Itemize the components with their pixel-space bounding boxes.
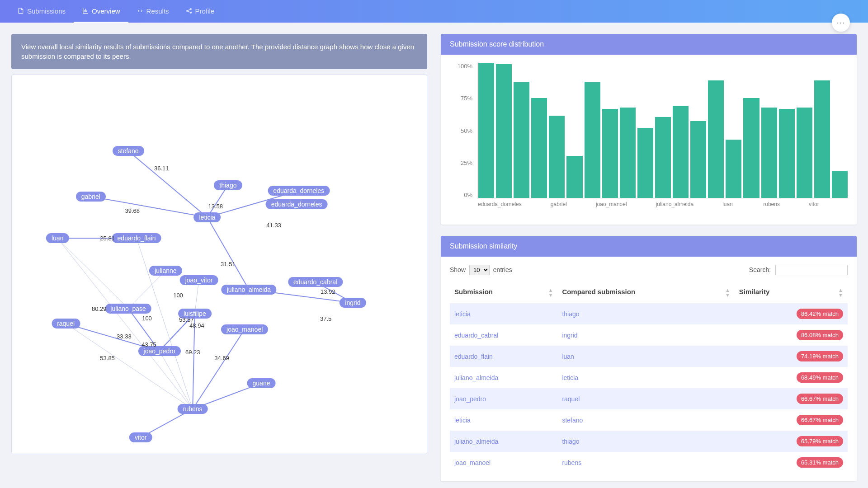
bar[interactable] — [496, 64, 512, 198]
edge-label: 39.68 — [125, 207, 140, 214]
compared-link[interactable]: stefano — [557, 409, 734, 431]
score-distribution-card: Submission score distribution 100%75%50%… — [441, 34, 857, 225]
submission-link[interactable]: joao_pedro — [450, 388, 557, 409]
col-compared[interactable]: Compared submission▲▼ — [557, 282, 734, 303]
similarity-card: Submission similarity Show 10 entries Se… — [441, 236, 857, 481]
sort-icon: ▲▼ — [548, 288, 553, 298]
submission-link[interactable]: leticia — [450, 409, 557, 431]
graph-node[interactable]: luan — [46, 233, 69, 243]
dots-icon: ··· — [836, 18, 845, 28]
graph-node[interactable]: eduardo_flain — [112, 233, 161, 243]
x-tick — [537, 201, 549, 207]
distance-graph[interactable]: stefanogabrielthiagoeduarda_dornelesedua… — [11, 75, 427, 454]
graph-node[interactable]: vitor — [129, 432, 152, 442]
search-label: Search: — [749, 266, 771, 273]
submission-link[interactable]: leticia — [450, 303, 557, 324]
x-tick — [709, 201, 721, 207]
bar[interactable] — [585, 82, 600, 198]
graph-node[interactable]: gabriel — [76, 192, 106, 202]
y-axis: 100%75%50%25%0% — [450, 63, 477, 198]
graph-node[interactable]: guane — [247, 378, 276, 388]
compared-link[interactable]: thiago — [557, 303, 734, 324]
nav-label: Overview — [92, 7, 120, 15]
edge-label: 13.58 — [208, 202, 223, 209]
x-tick: joao_manoel — [596, 201, 627, 207]
graph-node[interactable]: thiago — [214, 180, 242, 190]
file-icon — [17, 7, 24, 14]
col-submission[interactable]: Submission▲▼ — [450, 282, 557, 303]
x-tick: vitor — [809, 201, 821, 207]
bar[interactable] — [690, 121, 706, 198]
edge-label: 25.81 — [100, 235, 115, 242]
graph-node[interactable]: leticia — [193, 212, 221, 222]
graph-node[interactable]: julianne — [149, 266, 182, 276]
col-similarity[interactable]: Similarity▲▼ — [735, 282, 848, 303]
svg-line-3 — [128, 151, 208, 217]
submission-link[interactable]: juliano_almeida — [450, 367, 557, 388]
compared-link[interactable]: luan — [557, 346, 734, 367]
bar[interactable] — [832, 171, 848, 198]
bar[interactable] — [637, 128, 653, 198]
bar[interactable] — [708, 80, 724, 198]
bar[interactable] — [602, 109, 618, 198]
graph-node[interactable]: joao_vitor — [180, 275, 218, 285]
submission-link[interactable]: joao_manoel — [450, 452, 557, 473]
page-size-select[interactable]: 10 — [469, 265, 490, 275]
graph-node[interactable]: joao_manoel — [221, 324, 268, 334]
graph-node[interactable]: rubens — [178, 404, 208, 414]
x-tick — [695, 201, 707, 207]
graph-node[interactable]: raquel — [52, 319, 80, 328]
edge-label: 36.11 — [154, 164, 169, 171]
nav-profile[interactable]: Profile — [177, 0, 223, 23]
nav-results[interactable]: Results — [128, 0, 177, 23]
submission-link[interactable]: eduardo_flain — [450, 346, 557, 367]
bar[interactable] — [620, 108, 636, 198]
nav-overview[interactable]: Overview — [74, 0, 128, 23]
graph-node[interactable]: eduarda_dorneles — [266, 199, 328, 209]
x-tick — [524, 201, 535, 207]
bar[interactable] — [478, 63, 494, 198]
nav-label: Profile — [195, 7, 215, 15]
bar[interactable] — [779, 109, 795, 198]
code-icon — [137, 7, 144, 14]
y-tick: 0% — [464, 192, 472, 198]
x-tick — [629, 201, 641, 207]
graph-node[interactable]: juliano_pase — [105, 304, 151, 314]
compared-link[interactable]: leticia — [557, 367, 734, 388]
match-badge: 86.08% match — [797, 330, 843, 340]
x-tick: eduarda_dorneles — [478, 201, 522, 207]
edge-label: 100 — [173, 292, 183, 299]
info-banner: View overall local similarity results of… — [11, 34, 427, 69]
bar[interactable] — [514, 82, 529, 198]
bar[interactable] — [761, 108, 777, 198]
bar[interactable] — [566, 156, 582, 198]
bar[interactable] — [673, 106, 689, 198]
search-input[interactable] — [775, 265, 848, 275]
compared-link[interactable]: ingrid — [557, 324, 734, 346]
bar[interactable] — [814, 80, 830, 198]
graph-node[interactable]: eduardo_cabral — [288, 277, 343, 287]
submission-link[interactable]: eduardo_cabral — [450, 324, 557, 346]
graph-node[interactable]: juliano_almeida — [222, 285, 276, 295]
graph-node[interactable]: stefano — [113, 146, 144, 156]
graph-node[interactable]: ingrid — [340, 298, 366, 308]
y-tick: 75% — [461, 95, 472, 102]
edge-label: 34.69 — [214, 354, 229, 361]
nav-submissions[interactable]: Submissions — [9, 0, 74, 23]
compared-link[interactable]: raquel — [557, 388, 734, 409]
submission-link[interactable]: juliano_almeida — [450, 431, 557, 452]
bar[interactable] — [655, 117, 671, 198]
bar[interactable] — [531, 98, 547, 198]
x-tick: gabriel — [551, 201, 567, 207]
graph-node[interactable]: eduarda_dorneles — [268, 186, 330, 196]
edge-label: 80.29 — [92, 305, 107, 312]
more-button[interactable]: ··· — [832, 14, 850, 32]
bar[interactable] — [726, 140, 741, 198]
nav-label: Submissions — [27, 7, 66, 15]
bar[interactable] — [549, 116, 565, 198]
compared-link[interactable]: rubens — [557, 452, 734, 473]
table-row: eduardo_cabralingrid86.08% match — [450, 324, 848, 346]
bar[interactable] — [797, 108, 812, 198]
compared-link[interactable]: thiago — [557, 431, 734, 452]
bar[interactable] — [743, 98, 759, 198]
